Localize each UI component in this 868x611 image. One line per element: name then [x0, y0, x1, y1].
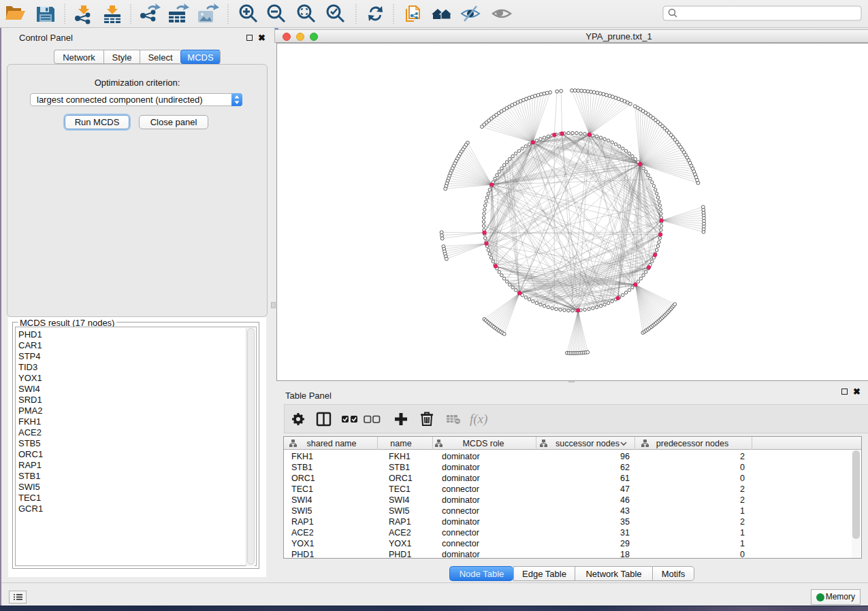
svg-text:TEC1: TEC1 [389, 484, 411, 494]
svg-text:61: 61 [620, 474, 630, 483]
svg-text:FKH1: FKH1 [291, 452, 313, 461]
svg-text:2: 2 [740, 517, 745, 527]
svg-text:ACE2: ACE2 [389, 528, 411, 538]
svg-text:RAP1: RAP1 [389, 517, 411, 527]
svg-text:TEC1: TEC1 [291, 484, 313, 494]
svg-text:dominator: dominator [442, 495, 480, 505]
svg-text:2: 2 [740, 495, 745, 505]
svg-text:PHD1: PHD1 [389, 550, 411, 559]
svg-text:1: 1 [740, 506, 745, 516]
svg-text:62: 62 [620, 463, 630, 472]
svg-text:dominator: dominator [442, 474, 480, 483]
svg-text:47: 47 [620, 484, 630, 494]
svg-text:MCDS role: MCDS role [462, 439, 504, 448]
svg-text:2: 2 [740, 452, 745, 461]
svg-text:SWI4: SWI4 [389, 495, 410, 505]
svg-text:f(x): f(x) [470, 412, 487, 427]
svg-text:dominator: dominator [442, 517, 480, 527]
svg-text:ORC1: ORC1 [291, 474, 315, 483]
svg-text:0: 0 [740, 550, 745, 559]
svg-text:YOX1: YOX1 [389, 539, 411, 548]
svg-text:31: 31 [620, 528, 630, 538]
svg-text:dominator: dominator [442, 463, 480, 472]
svg-text:0: 0 [740, 474, 745, 483]
svg-text:SWI5: SWI5 [291, 506, 312, 516]
svg-text:STB1: STB1 [291, 463, 312, 472]
svg-text:predecessor nodes: predecessor nodes [656, 439, 728, 448]
svg-text:PHD1: PHD1 [291, 550, 314, 559]
svg-text:18: 18 [620, 550, 630, 559]
svg-text:43: 43 [620, 506, 630, 516]
svg-text:connector: connector [442, 528, 479, 538]
svg-text:SWI4: SWI4 [291, 495, 312, 505]
svg-text:STB1: STB1 [389, 463, 410, 472]
svg-text:successor nodes: successor nodes [556, 439, 620, 448]
svg-text:ACE2: ACE2 [291, 528, 314, 538]
svg-text:0: 0 [740, 463, 745, 472]
svg-text:35: 35 [620, 517, 630, 527]
svg-text:96: 96 [620, 452, 630, 461]
svg-text:RAP1: RAP1 [291, 517, 314, 527]
svg-text:29: 29 [620, 539, 630, 548]
svg-text:dominator: dominator [442, 550, 480, 559]
svg-text:name: name [390, 439, 411, 448]
svg-text:1: 1 [740, 528, 745, 538]
svg-text:YOX1: YOX1 [291, 539, 314, 548]
svg-text:ORC1: ORC1 [389, 474, 413, 483]
svg-text:46: 46 [620, 495, 630, 505]
svg-text:SWI5: SWI5 [389, 506, 410, 516]
svg-text:FKH1: FKH1 [389, 452, 411, 461]
svg-text:connector: connector [442, 539, 479, 548]
svg-text:1: 1 [740, 539, 745, 548]
svg-text:2: 2 [740, 484, 745, 494]
svg-text:dominator: dominator [442, 452, 480, 461]
svg-text:shared name: shared name [307, 439, 357, 448]
svg-text:connector: connector [442, 506, 479, 516]
svg-text:connector: connector [442, 484, 479, 494]
